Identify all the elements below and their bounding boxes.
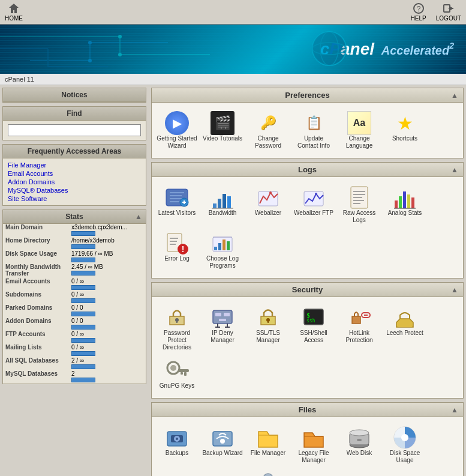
- files-arrow-icon[interactable]: ▲: [451, 406, 458, 414]
- choose-log-programs[interactable]: Choose Log Programs: [201, 229, 244, 272]
- password-protect-directories[interactable]: Password Protect Directories: [155, 303, 199, 354]
- ip-deny-manager[interactable]: IP Deny Manager: [201, 303, 244, 354]
- find-section: Find: [2, 106, 146, 140]
- sidebar: Notices Find Frequently Accessed Areas F…: [0, 85, 149, 476]
- security-arrow-icon[interactable]: ▲: [451, 286, 458, 294]
- svg-point-12: [88, 59, 92, 62]
- anonymous-ftp[interactable]: Anonymous FTP: [246, 469, 290, 476]
- change-password[interactable]: 🔑 Change Password: [246, 109, 290, 152]
- svg-rect-61: [176, 320, 178, 323]
- update-contact-info[interactable]: 📋 Update Contact Info: [292, 109, 335, 152]
- freq-link[interactable]: MySQL® Databases: [8, 186, 141, 194]
- preferences-arrow-icon[interactable]: ▲: [451, 91, 458, 100]
- stats-row: Disk Space Usage 1719.66 / ∞ MB: [3, 250, 146, 262]
- svg-text:?: ?: [416, 5, 420, 13]
- stats-label: Subdomains: [5, 291, 71, 298]
- webalizer-ftp[interactable]: Webalizer FTP: [292, 183, 335, 226]
- stats-row: Monthly Bandwidth Transfer 2.45 / ∞ MB: [3, 264, 146, 277]
- stats-label: Disk Space Usage: [5, 250, 71, 257]
- stats-value: x3demob.cpx3dem...: [71, 224, 143, 236]
- stats-row: Home Directory /home/x3demob: [3, 237, 146, 249]
- shortcuts[interactable]: ★ Shortcuts: [383, 109, 426, 152]
- logs-header: Logs ▲: [152, 163, 463, 177]
- disk-space-usage[interactable]: Disk Space Usage: [383, 423, 426, 466]
- stats-value: /home/x3demob: [71, 237, 143, 249]
- stats-row: Mailing Lists 0 / ∞: [3, 344, 146, 356]
- svg-rect-27: [213, 203, 217, 208]
- stats-label: MySQL Databases: [5, 370, 71, 377]
- raw-access-logs[interactable]: Raw Access Logs: [338, 183, 381, 226]
- stats-label: Parked Domains: [5, 304, 71, 311]
- home-button[interactable]: HOME: [5, 2, 23, 22]
- svg-rect-55: [214, 247, 217, 250]
- stats-value: 0 / ∞: [71, 291, 143, 303]
- stats-row: MySQL Databases 2: [3, 370, 146, 382]
- backup-wizard[interactable]: Backup Wizard: [201, 423, 244, 466]
- leech-protect[interactable]: Leech Protect: [383, 303, 426, 354]
- svg-rect-80: [178, 369, 189, 372]
- logout-button[interactable]: LOGOUT: [436, 2, 461, 22]
- svg-point-88: [220, 439, 225, 444]
- hotlink-protection[interactable]: HotLink Protection: [338, 303, 381, 354]
- getting-started-wizard[interactable]: ▶ Getting Started Wizard: [155, 109, 199, 152]
- webalizer[interactable]: Webalizer: [246, 183, 290, 226]
- freq-link[interactable]: Site Software: [8, 194, 141, 203]
- security-header: Security ▲: [152, 283, 463, 297]
- bandwidth[interactable]: Bandwidth: [201, 183, 244, 226]
- svg-rect-64: [224, 313, 230, 316]
- find-input[interactable]: [8, 124, 141, 136]
- stats-row: Main Domain x3demob.cpx3dem...: [3, 224, 146, 236]
- find-title: Find: [3, 107, 146, 121]
- svg-rect-42: [395, 200, 398, 208]
- stats-table: Main Domain x3demob.cpx3dem... Home Dire…: [3, 224, 146, 382]
- analog-stats[interactable]: Analog Stats: [383, 183, 426, 226]
- ssh-shell-access[interactable]: $_ ssh SSH/Shell Access: [292, 303, 335, 354]
- video-tutorials[interactable]: 🎬 Video Tutorials: [201, 109, 244, 152]
- stats-value: 2.45 / ∞ MB: [71, 264, 143, 276]
- stats-label: Mailing Lists: [5, 344, 71, 351]
- preferences-body: ▶ Getting Started Wizard 🎬 Video Tutoria…: [152, 103, 463, 158]
- ssl-tls-manager[interactable]: SSL/TLS Manager: [246, 303, 290, 354]
- logs-body: Latest Visitors Bandwidth: [152, 177, 463, 278]
- files-body: Backups Backup Wizard: [152, 417, 463, 476]
- svg-point-20: [312, 32, 346, 65]
- logs-panel: Logs ▲: [151, 162, 464, 279]
- stats-value: 1719.66 / ∞ MB: [71, 250, 143, 262]
- freq-link[interactable]: Addon Domains: [8, 178, 141, 186]
- latest-visitors[interactable]: Latest Visitors: [155, 183, 199, 226]
- stats-value: 0 / ∞: [71, 331, 143, 343]
- ftp-session-control[interactable]: FTP Session Control: [201, 469, 244, 476]
- stats-arrow-icon[interactable]: ▲: [135, 212, 142, 221]
- backups[interactable]: Backups: [155, 423, 199, 466]
- change-language[interactable]: Aa Change Language: [338, 109, 381, 152]
- freq-link[interactable]: Email Accounts: [8, 169, 141, 178]
- stats-row: FTP Accounts 0 / ∞: [3, 331, 146, 343]
- home-label: HOME: [5, 15, 23, 22]
- stats-section: Stats ▲ Main Domain x3demob.cpx3dem... H…: [2, 209, 146, 384]
- stats-row: Email Accounts 0 / ∞: [3, 278, 146, 290]
- legacy-file-manager[interactable]: Legacy File Manager: [292, 423, 335, 466]
- ftp-accounts[interactable]: FTP Accounts: [155, 469, 199, 476]
- stats-value: 0 / 0: [71, 318, 143, 330]
- files-header: Files ▲: [152, 403, 463, 417]
- stats-label: All SQL Databases: [5, 357, 71, 364]
- svg-rect-30: [227, 196, 231, 208]
- web-disk[interactable]: Web Disk: [338, 423, 381, 466]
- help-button[interactable]: ? HELP: [411, 2, 426, 22]
- stats-value: 0 / ∞: [71, 344, 143, 356]
- svg-rect-65: [219, 319, 226, 321]
- svg-rect-81: [184, 372, 187, 376]
- preferences-panel: Preferences ▲ ▶ Getting Started Wizard 🎬…: [151, 88, 464, 158]
- logs-arrow-icon[interactable]: ▲: [451, 166, 458, 174]
- svg-rect-77: [398, 322, 412, 327]
- content-area: Preferences ▲ ▶ Getting Started Wizard 🎬…: [149, 85, 466, 476]
- svg-rect-29: [223, 194, 226, 208]
- freq-link[interactable]: File Manager: [8, 161, 141, 169]
- svg-rect-28: [218, 199, 221, 208]
- svg-point-96: [263, 474, 273, 476]
- gnupg-keys[interactable]: GnuPG Keys: [155, 356, 199, 392]
- error-log[interactable]: ! Error Log: [155, 229, 199, 272]
- file-manager[interactable]: File Manager: [246, 423, 290, 466]
- security-panel: Security ▲ Password Protect Directories: [151, 282, 464, 399]
- security-body: Password Protect Directories: [152, 297, 463, 398]
